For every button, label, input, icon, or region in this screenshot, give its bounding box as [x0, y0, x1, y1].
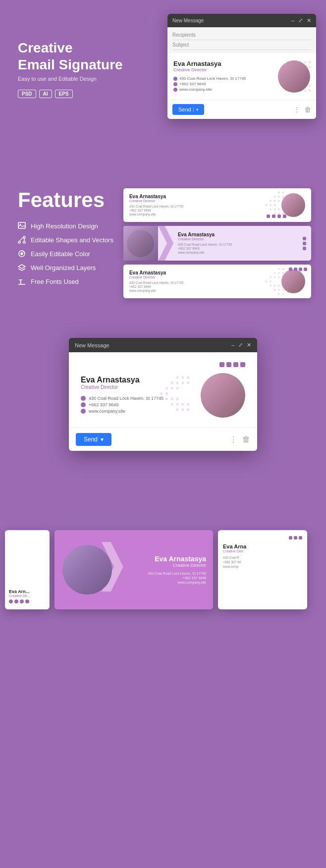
svg-point-74 — [181, 376, 184, 379]
large-close-icon[interactable]: ✕ — [247, 342, 251, 348]
feature-item-5: T Free Fonts Used — [18, 277, 113, 285]
features-left: Features High Resolution Design — [0, 188, 113, 291]
large-send-button[interactable]: Send ▾ — [76, 433, 111, 446]
svg-point-58 — [278, 272, 280, 274]
bc-middle-content: Eva Arnastasya Creative Director 430 Coa… — [54, 530, 213, 609]
trash-icon[interactable]: 🗑 — [304, 106, 311, 113]
send-button[interactable]: Send ▾ — [172, 104, 204, 115]
svg-point-25 — [18, 241, 20, 243]
features-heading: Features — [18, 188, 113, 212]
svg-point-87 — [176, 398, 178, 400]
signature-info: Eva Arnastasya Creative Director 430 Coa… — [173, 60, 246, 93]
large-halftone — [141, 373, 196, 418]
sig-website: www.company.site — [173, 87, 246, 92]
social-icon — [303, 242, 306, 245]
svg-point-61 — [273, 276, 275, 278]
svg-point-57 — [273, 272, 275, 274]
bc-mid-phone: +682 337 9648 — [120, 576, 206, 580]
signature-card: Eva Arnastasya Creative Director 430 Coa… — [167, 53, 316, 100]
hero-email-client: New Message – ⤢ ✕ Recipients Subject — [167, 14, 316, 119]
hero-section: Creative Email Signature Easy to use and… — [0, 0, 326, 168]
large-footer-icons: ⋮ 🗑 — [229, 435, 250, 444]
svg-line-28 — [19, 237, 23, 241]
svg-point-94 — [187, 408, 189, 411]
minimize-icon[interactable]: – — [291, 17, 294, 24]
svg-point-56 — [282, 268, 284, 270]
bc-left-text: Eva Arn... Creative Dir... — [9, 589, 46, 597]
svg-point-48 — [278, 208, 280, 210]
prev3-halftone — [262, 265, 289, 298]
svg-point-47 — [273, 208, 275, 210]
prev1-social — [267, 215, 286, 218]
sig-name: Eva Arnastasya — [173, 60, 246, 67]
large-maximize-icon[interactable]: ⤢ — [238, 342, 243, 348]
bc-right-name: Eva Arna — [223, 543, 302, 549]
color-icon — [18, 250, 26, 258]
svg-point-93 — [181, 408, 184, 411]
preview-card-3: Eva Arnastasya Creative Director 430 Coa… — [123, 265, 311, 298]
prev3-info: Eva Arnastasya Creative Director 430 Coa… — [129, 270, 183, 293]
svg-point-36 — [282, 191, 284, 193]
feature-label-4: Well Organized Layers — [31, 264, 96, 271]
sig-address: 430 Coal Road Lock Haven, St 17745 — [173, 76, 246, 81]
svg-point-88 — [171, 403, 173, 405]
svg-point-46 — [270, 208, 272, 210]
prev2-name: Eva Arnastasya — [178, 232, 232, 237]
social-icon — [289, 536, 292, 540]
svg-point-41 — [273, 200, 275, 202]
prev1-addr: 430 Coal Road Lock Haven, St 17745 — [129, 205, 183, 208]
svg-point-27 — [23, 241, 25, 243]
prev2-title: Creative Director — [178, 237, 232, 241]
social-icon — [226, 362, 231, 367]
svg-rect-23 — [18, 222, 25, 228]
svg-point-45 — [273, 204, 275, 206]
svg-point-65 — [270, 284, 272, 286]
subject-field[interactable]: Subject — [172, 40, 311, 50]
bc-right-social-top — [223, 536, 302, 540]
svg-point-40 — [270, 200, 272, 202]
social-icon — [9, 599, 13, 603]
svg-point-91 — [187, 403, 189, 405]
prev2-avatar-img — [127, 230, 154, 257]
svg-point-71 — [278, 293, 280, 295]
titlebar-controls: – ⤢ ✕ — [291, 17, 311, 24]
recipients-field[interactable]: Recipients — [172, 30, 311, 40]
svg-point-69 — [278, 289, 280, 291]
bc-left-content: Eva Arn... Creative Dir... — [5, 530, 50, 609]
feature-label-2: Editable Shapes and Vectors — [31, 236, 113, 244]
image-icon — [18, 222, 26, 230]
svg-point-37 — [273, 196, 275, 198]
bc-right-info: Eva Arna Creative Dire 430 Coal R +662 3… — [223, 543, 302, 568]
svg-point-89 — [176, 403, 178, 405]
close-icon[interactable]: ✕ — [307, 17, 311, 24]
prev2-avatar-wrapper — [123, 226, 158, 261]
maximize-icon[interactable]: ⤢ — [298, 17, 303, 24]
social-icon — [304, 268, 307, 271]
large-signature: Eva Arnastasya Creative Director 430 Coa… — [81, 373, 245, 418]
large-minimize-icon[interactable]: – — [231, 342, 234, 348]
bc-mid-avatar — [62, 545, 112, 595]
web-icon — [173, 88, 177, 92]
prev1-title: Creative Director — [129, 199, 183, 203]
social-icon — [272, 215, 275, 218]
svg-point-64 — [270, 280, 272, 282]
bc-mid-name: Eva Arnastasya — [120, 555, 206, 563]
social-icon — [283, 215, 286, 218]
svg-point-80 — [165, 387, 168, 389]
hero-title: Creative Email Signature — [18, 40, 123, 73]
prev2-content: Eva Arnastasya Creative Director 430 Coa… — [158, 228, 311, 259]
social-icon — [219, 362, 224, 367]
svg-point-77 — [176, 381, 178, 384]
svg-point-44 — [270, 204, 272, 206]
social-icon — [303, 247, 306, 250]
large-trash-icon[interactable]: 🗑 — [242, 435, 250, 444]
large-email-title: New Message — [75, 342, 109, 348]
svg-point-83 — [160, 392, 163, 395]
svg-point-42 — [278, 200, 280, 202]
more-icon[interactable]: ⋮ — [293, 106, 300, 113]
svg-point-79 — [187, 381, 189, 384]
large-more-icon[interactable]: ⋮ — [229, 435, 237, 444]
feature-item-4: Well Organized Layers — [18, 264, 113, 271]
svg-marker-54 — [158, 226, 173, 261]
feature-label-3: Easily Editable Color — [31, 250, 90, 258]
